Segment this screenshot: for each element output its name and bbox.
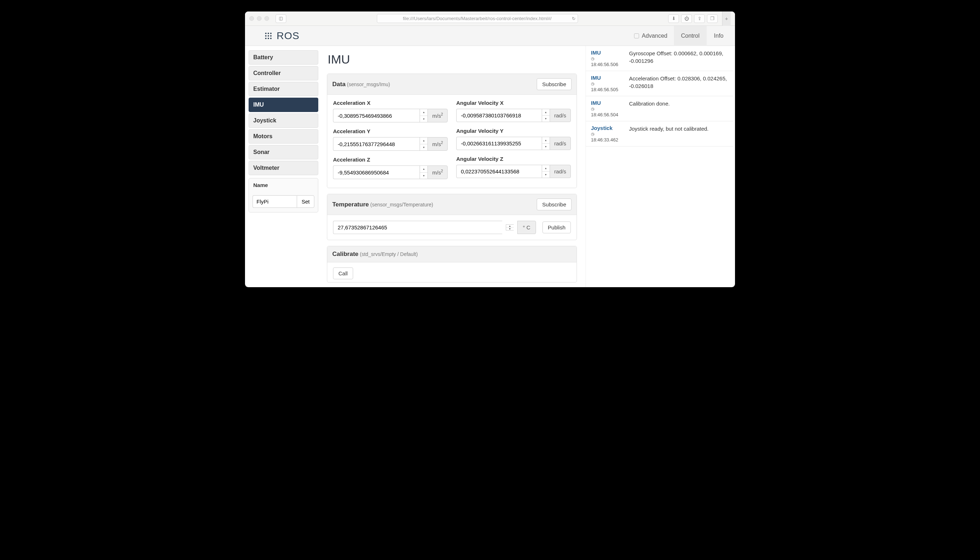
- unit-label: rad/s: [549, 109, 571, 122]
- browser-window: file:///Users/lars/Documents/Masterarbei…: [245, 12, 735, 287]
- name-input[interactable]: [252, 195, 297, 208]
- clock-icon: ◷: [591, 57, 623, 61]
- sidebar-item-estimator[interactable]: Estimator: [249, 82, 318, 96]
- log-message: Joystick ready, but not calibrated.: [629, 125, 728, 143]
- temperature-input[interactable]: [333, 221, 502, 234]
- new-tab-button[interactable]: +: [722, 12, 731, 26]
- sidebar-item-joystick[interactable]: Joystick: [249, 113, 318, 128]
- tab-info[interactable]: Info: [706, 26, 731, 46]
- address-bar[interactable]: file:///Users/lars/Documents/Masterarbei…: [377, 14, 578, 23]
- angvel-x-label: Angular Velocity X: [456, 100, 571, 106]
- share-button[interactable]: ⇪: [694, 14, 705, 23]
- sidebar-item-battery[interactable]: Battery: [249, 50, 318, 65]
- page-title: IMU: [327, 52, 577, 67]
- chevron-down-icon: ▼: [420, 173, 427, 179]
- sidebar-toggle-button[interactable]: [275, 14, 286, 23]
- sidebar-item-voltmeter[interactable]: Voltmeter: [249, 161, 318, 175]
- data-panel-sub: (sensor_msgs/Imu): [347, 82, 390, 87]
- stepper[interactable]: ▲▼: [420, 137, 427, 151]
- traffic-lights: [249, 16, 269, 21]
- set-button[interactable]: Set: [297, 195, 314, 208]
- temperature-panel: Temperature (sensor_msgs/Temperature) Su…: [327, 194, 577, 240]
- url-text: file:///Users/lars/Documents/Masterarbei…: [403, 16, 552, 21]
- chevron-down-icon: ▼: [542, 172, 549, 178]
- calibrate-panel: Calibrate (std_srvs/Empty / Default) Cal…: [327, 246, 577, 283]
- unit-label: rad/s: [549, 137, 571, 150]
- chevron-up-icon: ▲: [420, 137, 427, 144]
- advanced-toggle[interactable]: Advanced: [634, 33, 668, 39]
- stepper[interactable]: ▲▼: [506, 224, 514, 230]
- accel-y-label: Acceleration Y: [333, 128, 447, 134]
- stepper[interactable]: ▲▼: [420, 165, 427, 179]
- chevron-down-icon: ▼: [542, 116, 549, 122]
- sidebar-list: Battery Controller Estimator IMU Joystic…: [247, 50, 318, 213]
- data-panel: Data (sensor_msgs/Imu) Subscribe Acceler…: [327, 73, 577, 188]
- chevron-up-icon: ▲: [420, 166, 427, 173]
- clock-icon: ◷: [591, 82, 623, 86]
- main-content: IMU Data (sensor_msgs/Imu) Subscribe Acc…: [318, 46, 586, 287]
- chevron-down-icon: ▼: [542, 143, 549, 150]
- publish-button[interactable]: Publish: [543, 222, 571, 233]
- tabs-button[interactable]: ❐: [707, 14, 718, 23]
- accel-x-label: Acceleration X: [333, 100, 447, 106]
- angvel-x-input[interactable]: [456, 109, 542, 122]
- unit-label: m/s2: [427, 137, 447, 151]
- chevron-up-icon: ▲: [542, 137, 549, 143]
- log-message: Calibration done.: [629, 100, 728, 117]
- subscribe-button[interactable]: Subscribe: [537, 78, 571, 90]
- reload-icon[interactable]: ↻: [572, 16, 576, 21]
- zoom-icon[interactable]: [264, 16, 269, 21]
- log-timestamp: 18:46:56.505: [591, 87, 623, 92]
- calib-panel-title: Calibrate: [332, 250, 359, 258]
- stepper[interactable]: ▲▼: [542, 165, 549, 178]
- accel-x-input[interactable]: [333, 109, 420, 122]
- sidebar-icon: [279, 17, 283, 20]
- logo-icon: [265, 33, 272, 39]
- angvel-y-input[interactable]: [456, 137, 542, 150]
- angvel-y-label: Angular Velocity Y: [456, 128, 571, 134]
- angvel-z-label: Angular Velocity Z: [456, 156, 571, 162]
- temp-panel-title: Temperature: [332, 201, 369, 208]
- app-header: ROS Advanced Control Info: [245, 26, 735, 46]
- log-source[interactable]: IMU: [591, 50, 623, 56]
- log-source[interactable]: IMU: [591, 100, 623, 106]
- accel-z-input[interactable]: [333, 165, 420, 179]
- log-item: IMU ◷ 18:46:56.504 Calibration done.: [586, 96, 734, 121]
- chevron-down-icon: ▼: [506, 228, 514, 230]
- clock-icon: ◷: [591, 132, 623, 137]
- sidebar-item-motors[interactable]: Motors: [249, 129, 318, 143]
- log-source[interactable]: Joystick: [591, 125, 623, 131]
- sidebar-item-controller[interactable]: Controller: [249, 66, 318, 80]
- close-icon[interactable]: [249, 16, 254, 21]
- unit-label: ° C: [517, 221, 536, 234]
- log-item: IMU ◷ 18:46:56.505 Acceleration Offset: …: [586, 71, 734, 96]
- angvel-z-input[interactable]: [456, 165, 542, 178]
- stepper[interactable]: ▲▼: [542, 137, 549, 150]
- log-source[interactable]: IMU: [591, 75, 623, 81]
- chevron-up-icon: ▲: [506, 225, 514, 228]
- unit-label: rad/s: [549, 165, 571, 178]
- stepper[interactable]: ▲▼: [542, 109, 549, 122]
- accel-y-input[interactable]: [333, 137, 420, 151]
- chevron-up-icon: ▲: [542, 165, 549, 172]
- share-icon: ⇪: [698, 16, 701, 21]
- clock-icon: ◷: [591, 107, 623, 111]
- tab-control[interactable]: Control: [674, 26, 707, 46]
- brand-text: ROS: [277, 30, 300, 42]
- toolbar-right: ⬇ ⏻ ⇪ ❐: [668, 14, 718, 23]
- call-button[interactable]: Call: [333, 267, 353, 279]
- subscribe-button[interactable]: Subscribe: [537, 198, 571, 210]
- power-button[interactable]: ⏻: [681, 14, 692, 23]
- chevron-up-icon: ▲: [420, 109, 427, 116]
- sidebar-item-sonar[interactable]: Sonar: [249, 145, 318, 159]
- titlebar: file:///Users/lars/Documents/Masterarbei…: [245, 12, 735, 26]
- log-item: Joystick ◷ 18:46:33.462 Joystick ready, …: [586, 121, 734, 147]
- advanced-label: Advanced: [642, 33, 668, 39]
- minimize-icon[interactable]: [257, 16, 262, 21]
- sidebar-item-imu[interactable]: IMU: [249, 98, 318, 112]
- log-timestamp: 18:46:56.504: [591, 112, 623, 117]
- downloads-button[interactable]: ⬇: [668, 14, 679, 23]
- chevron-down-icon: ▼: [420, 144, 427, 151]
- stepper[interactable]: ▲▼: [420, 109, 427, 122]
- temp-panel-sub: (sensor_msgs/Temperature): [371, 202, 433, 207]
